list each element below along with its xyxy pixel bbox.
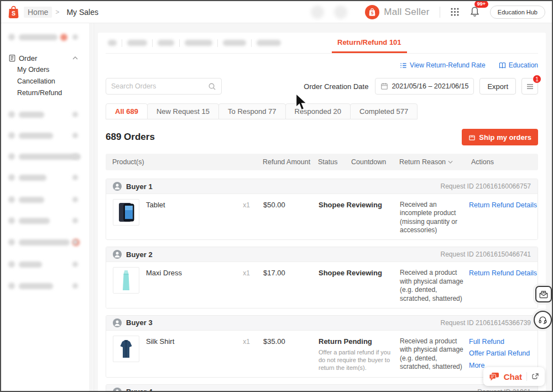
sidebar-item-hidden[interactable] xyxy=(1,130,88,141)
apps-grid-icon[interactable] xyxy=(450,7,460,17)
sidebar-section-order[interactable]: Order xyxy=(1,53,88,64)
status-text: Shopee Reviewing xyxy=(319,269,392,277)
sidebar-item-hidden[interactable] xyxy=(1,109,88,120)
product-image-maxi-dress[interactable] xyxy=(113,267,139,294)
expand-icon[interactable] xyxy=(531,373,539,380)
order-card: Buyer 1 Request ID 210616160066757 Table… xyxy=(106,179,538,240)
notification-bell-icon[interactable]: 99+ xyxy=(469,5,480,19)
subtab-to-respond[interactable]: To Respond 77 xyxy=(218,103,285,119)
buyer-name[interactable]: Buyer 4 xyxy=(126,388,153,392)
sidebar-item-hidden[interactable] xyxy=(1,280,88,291)
product-image-silk-shirt[interactable] xyxy=(113,336,139,362)
clipboard-icon xyxy=(8,54,16,62)
headset-float-button[interactable] xyxy=(534,311,552,329)
education-link[interactable]: Education xyxy=(499,61,538,69)
chat-widget[interactable]: Chat xyxy=(483,367,545,386)
status-note: Offer a partial refund if you do not req… xyxy=(319,348,392,372)
subtab-responded[interactable]: Responded 20 xyxy=(285,103,351,119)
breadcrumb-separator: > xyxy=(55,8,59,16)
offer-partial-refund-link[interactable]: Offer Partial Refund xyxy=(469,349,538,359)
return-refund-details-link[interactable]: Return Refund Details xyxy=(469,201,538,211)
search-icon[interactable] xyxy=(208,82,216,91)
order-card-body: Maxi Dress x1 $17.00 Shopee Reviewing Re… xyxy=(106,262,538,307)
sidebar-item-hidden[interactable] xyxy=(1,194,88,205)
menu-lines-icon xyxy=(526,83,534,90)
order-card: Buyer 2 Request ID 210616150466741 Maxi … xyxy=(106,247,538,308)
sidebar-item-hidden[interactable] xyxy=(1,259,88,270)
sidebar-item-hidden[interactable] xyxy=(1,215,88,226)
return-reason: Received a product with physical damage … xyxy=(400,267,469,302)
chevron-up-icon[interactable] xyxy=(72,56,78,60)
tab-hidden[interactable] xyxy=(158,40,174,46)
actions-cell: Full Refund Offer Partial Refund More xyxy=(469,336,538,372)
tab-return-refund[interactable]: Return/Refund 101 xyxy=(332,33,407,53)
search-input[interactable] xyxy=(111,82,208,90)
col-countdown: Countdown xyxy=(351,158,399,166)
shopee-logo-icon[interactable]: S xyxy=(8,5,19,19)
orders-count-heading: 689 Orders xyxy=(106,132,155,143)
sidebar-item-return-refund[interactable]: Return/Refund xyxy=(1,87,88,98)
tab-hidden[interactable] xyxy=(257,40,281,46)
order-type-tabs: Return/Refund 101 xyxy=(106,33,538,54)
content-card: Return/Refund 101 View Return-Refund Rat… xyxy=(98,33,546,391)
request-id: Request ID 210616150466741 xyxy=(441,250,531,258)
request-id: Request ID 21061 xyxy=(477,388,531,392)
avatar xyxy=(113,182,122,191)
return-refund-details-link[interactable]: Return Refund Details xyxy=(469,269,538,279)
tab-hidden[interactable] xyxy=(185,40,212,46)
subtab-completed[interactable]: Completed 577 xyxy=(350,103,418,119)
sidebar-item-cancellation[interactable]: Cancellation xyxy=(1,76,88,87)
notification-count-badge: 99+ xyxy=(474,1,488,8)
product-name[interactable]: Tablet xyxy=(146,201,165,234)
full-refund-link[interactable]: Full Refund xyxy=(469,337,538,347)
date-range-input[interactable]: 2021/05/16 – 2021/06/15 xyxy=(375,78,474,95)
col-refund-amount: Refund Amount xyxy=(263,158,318,166)
education-hub-button[interactable]: Education Hub xyxy=(490,6,545,19)
sidebar-scrollbar[interactable] xyxy=(89,23,93,391)
status-cell: Return Pending Offer a partial refund if… xyxy=(319,336,400,372)
tab-hidden[interactable] xyxy=(127,40,147,46)
export-button[interactable]: Export xyxy=(479,78,516,95)
actions-cell: Return Refund Details xyxy=(469,267,538,302)
product-name[interactable]: Maxi Dress xyxy=(146,269,182,302)
sidebar-item-hidden[interactable] xyxy=(1,237,88,248)
summary-row: 689 Orders Ship my orders xyxy=(106,129,538,145)
product-name[interactable]: Silk Shirt xyxy=(146,337,174,372)
subtab-new-request[interactable]: New Request 15 xyxy=(147,103,219,119)
more-filters-button[interactable]: 1 xyxy=(521,78,538,95)
request-id: Request ID 210616145366739 xyxy=(441,319,531,327)
order-card-body: Tablet x1 $50.00 Shopee Reviewing Receiv… xyxy=(106,194,538,239)
avatar xyxy=(113,388,122,392)
sidebar-item-hidden[interactable] xyxy=(1,172,88,183)
sidebar-item-my-orders[interactable]: My Orders xyxy=(1,64,88,75)
page: S Home > My Sales S Mall Seller xyxy=(0,0,553,392)
main-area: Return/Refund 101 View Return-Refund Rat… xyxy=(94,23,552,391)
col-products: Product(s) xyxy=(106,158,263,166)
order-card-header: Buyer 3 Request ID 210616145366739 xyxy=(106,316,538,331)
ship-my-orders-button[interactable]: Ship my orders xyxy=(462,129,538,145)
product-image-tablet[interactable] xyxy=(113,199,139,226)
buyer-name[interactable]: Buyer 3 xyxy=(126,318,153,327)
sidebar-red-badge xyxy=(60,34,67,41)
actions-cell: Return Refund Details xyxy=(469,199,538,234)
buyer-name[interactable]: Buyer 2 xyxy=(126,250,153,259)
svg-text:S: S xyxy=(12,10,15,17)
sidebar-item-hidden[interactable] xyxy=(1,151,88,162)
product-cell: Silk Shirt x1 xyxy=(106,336,263,372)
view-return-refund-rate-link[interactable]: View Return-Refund Rate xyxy=(400,61,486,69)
order-card-body: Silk Shirt x1 $35.00 Return Pending Offe… xyxy=(106,331,538,377)
col-return-reason[interactable]: Return Reason xyxy=(399,158,468,166)
date-label: Order Creation Date xyxy=(304,82,368,91)
mail-float-button[interactable] xyxy=(535,286,552,302)
sidebar-item-hidden[interactable] xyxy=(1,32,88,43)
buyer-name[interactable]: Buyer 1 xyxy=(126,182,153,191)
tab-hidden[interactable] xyxy=(223,40,246,46)
return-reason: Received an incomplete product (missing … xyxy=(400,199,469,234)
subtab-all[interactable]: All 689 xyxy=(106,103,148,119)
order-card-header: Buyer 4 Request ID 21061 xyxy=(106,385,538,392)
tab-hidden[interactable] xyxy=(108,40,117,46)
breadcrumb-home[interactable]: Home xyxy=(24,7,52,18)
status-cell: Shopee Reviewing xyxy=(319,199,400,234)
filter-row: Order Creation Date 2021/05/16 – 2021/06… xyxy=(106,78,538,95)
package-icon xyxy=(468,134,476,141)
